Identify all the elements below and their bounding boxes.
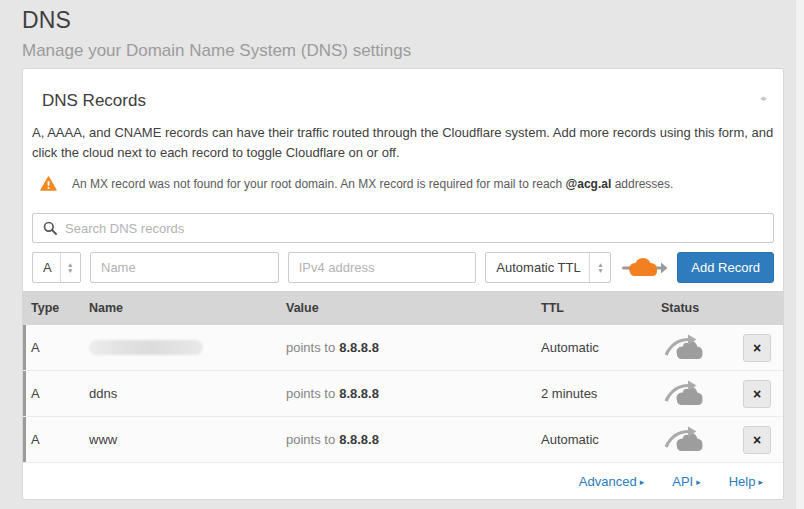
record-actions: × [731, 334, 783, 362]
dns-records-card: DNS Records ◂▸ A, AAAA, and CNAME record… [22, 68, 784, 500]
record-name [89, 340, 286, 355]
spinner-arrows-icon: ▲▼ [589, 253, 610, 282]
status-cloud-icon[interactable] [663, 377, 705, 410]
search-input[interactable] [65, 221, 763, 236]
mx-warning: An MX record was not found for your root… [32, 176, 774, 191]
scrollbar-track[interactable] [795, 0, 804, 509]
caret-icon: ▸ [640, 477, 645, 487]
help-link[interactable]: Help▸ [729, 474, 763, 489]
redacted-name [89, 340, 203, 355]
card-header: DNS Records ◂▸ [23, 69, 783, 111]
record-actions: × [731, 426, 783, 454]
delete-record-button[interactable]: × [743, 334, 771, 362]
card-footer: Advanced▸ API▸ Help▸ [23, 463, 783, 499]
warning-icon [40, 176, 57, 191]
record-status [661, 331, 731, 364]
card-heading: DNS Records [42, 91, 146, 111]
record-type-select[interactable]: A ▲▼ [32, 252, 81, 283]
add-record-form: A ▲▼ Automatic TTL ▲▼ Add Record [32, 252, 774, 283]
record-ttl: 2 minutes [541, 386, 661, 401]
ttl-select[interactable]: Automatic TTL ▲▼ [485, 252, 611, 283]
search-icon [43, 221, 57, 235]
delete-record-button[interactable]: × [743, 426, 771, 454]
table-row: A www points to8.8.8.8 Automatic [23, 417, 783, 463]
caret-icon: ▸ [758, 477, 763, 487]
status-cloud-icon[interactable] [663, 331, 705, 364]
warning-domain: @acg.al [566, 177, 612, 191]
table-row: A points to8.8.8.8 Automatic [23, 325, 783, 371]
record-type: A [23, 432, 89, 447]
record-name-input[interactable] [90, 252, 279, 283]
record-ttl: Automatic [541, 340, 661, 355]
header-value: Value [286, 301, 541, 315]
record-status [661, 377, 731, 410]
ttl-value: Automatic TTL [486, 260, 589, 275]
record-type-value: A [33, 260, 60, 275]
record-actions: × [731, 380, 783, 408]
card-description: A, AAAA, and CNAME records can have thei… [32, 123, 774, 163]
api-link[interactable]: API▸ [672, 474, 701, 489]
spinner-arrows-icon: ▲▼ [60, 253, 80, 282]
record-value: points to8.8.8.8 [286, 340, 541, 355]
record-type: A [23, 386, 89, 401]
delete-record-button[interactable]: × [743, 380, 771, 408]
table-row: A ddns points to8.8.8.8 2 minutes [23, 371, 783, 417]
dns-records-table: Type Name Value TTL Status A points to8.… [23, 291, 783, 463]
search-box [32, 213, 774, 243]
table-header-row: Type Name Value TTL Status [23, 291, 783, 325]
record-ttl: Automatic [541, 432, 661, 447]
record-name: ddns [89, 386, 286, 401]
record-value-input[interactable] [288, 252, 477, 283]
record-status [661, 423, 731, 456]
add-record-button[interactable]: Add Record [677, 252, 774, 283]
header-ttl: TTL [541, 301, 661, 315]
record-name: www [89, 432, 286, 447]
collapse-icon[interactable]: ◂▸ [758, 91, 767, 105]
status-cloud-icon[interactable] [663, 423, 705, 456]
record-value: points to8.8.8.8 [286, 432, 541, 447]
header-type: Type [23, 301, 89, 315]
cloudflare-proxy-toggle-icon[interactable] [620, 252, 668, 283]
page-title: DNS [22, 7, 804, 34]
record-value: points to8.8.8.8 [286, 386, 541, 401]
header-name: Name [89, 301, 286, 315]
caret-icon: ▸ [696, 477, 701, 487]
page-header: DNS Manage your Domain Name System (DNS)… [0, 0, 804, 61]
page-subtitle: Manage your Domain Name System (DNS) set… [22, 41, 804, 61]
header-status: Status [661, 301, 731, 315]
record-type: A [23, 340, 89, 355]
advanced-link[interactable]: Advanced▸ [579, 474, 644, 489]
warning-text: An MX record was not found for your root… [72, 177, 673, 191]
